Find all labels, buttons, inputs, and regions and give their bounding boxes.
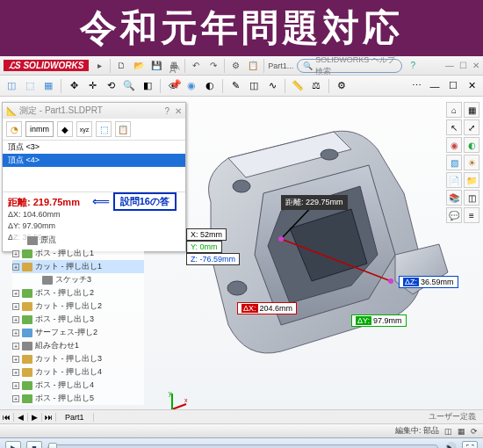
forum-icon[interactable]: 💬 xyxy=(446,207,462,223)
open-icon[interactable]: 📂 xyxy=(132,59,146,73)
close-icon[interactable]: ✕ xyxy=(472,61,479,70)
volume-icon[interactable]: 🔊 xyxy=(443,442,457,449)
zoom-icon[interactable]: 🔍 xyxy=(121,78,137,94)
tree-feature[interactable]: +ボス - 押し出し3 xyxy=(12,313,144,326)
menu-dropdown-icon[interactable]: ▸ xyxy=(92,59,106,73)
new-icon[interactable]: 🗋 xyxy=(114,59,128,73)
pin-icon[interactable]: ? xyxy=(164,106,169,116)
status-custom-menu[interactable]: ユーザー定義 xyxy=(422,411,483,423)
decal-icon[interactable]: ▧ xyxy=(446,155,462,170)
doc-minimize-icon[interactable]: — xyxy=(427,78,443,94)
tree-expand-icon[interactable]: + xyxy=(12,395,19,402)
pan-icon[interactable]: ✛ xyxy=(84,78,100,94)
tree-feature[interactable]: +ボス - 押し出し1 xyxy=(12,247,144,260)
tree-feature[interactable]: +ボス - 押し出し4 xyxy=(12,379,144,392)
tree-expand-icon[interactable]: + xyxy=(12,290,19,297)
list-item[interactable]: 頂点 <4> xyxy=(3,154,185,167)
library-icon[interactable]: 📚 xyxy=(446,190,462,206)
feature-tree[interactable]: 原点 +ボス - 押し出し1+カット - 押し出し1スケッチ3+ボス - 押し出… xyxy=(12,234,144,405)
display-style-icon[interactable]: ▦ xyxy=(40,78,56,94)
tab-prev-icon[interactable]: ◀ xyxy=(14,413,28,422)
play-button[interactable]: ▶ xyxy=(5,441,21,449)
unit-select[interactable]: inmm xyxy=(25,121,54,137)
tree-expand-icon[interactable]: + xyxy=(12,343,19,350)
tab-first-icon[interactable]: ⏮ xyxy=(0,413,14,422)
tree-expand-icon[interactable]: + xyxy=(12,264,19,271)
panel-close-icon[interactable]: ✕ xyxy=(175,106,182,116)
help-search[interactable]: 🔍SOLIDWORKS ヘルプ検索 xyxy=(297,59,402,73)
point-to-point-icon[interactable]: ◆ xyxy=(57,121,73,137)
tree-feature[interactable]: スケッチ3 xyxy=(12,273,144,286)
tree-expand-icon[interactable]: + xyxy=(12,369,19,376)
help-icon[interactable]: ? xyxy=(406,59,420,73)
light-icon[interactable]: ☀ xyxy=(464,155,479,170)
projected-icon[interactable]: ⬚ xyxy=(96,121,112,137)
tree-expand-icon[interactable]: + xyxy=(12,356,19,363)
tree-expand-icon[interactable]: + xyxy=(12,303,19,310)
tree-expand-icon[interactable]: + xyxy=(12,316,19,323)
select-icon[interactable]: ↖ xyxy=(446,119,462,135)
tree-feature[interactable]: +組み合わせ1 xyxy=(12,339,144,352)
doc-close-icon[interactable]: ✕ xyxy=(464,78,479,94)
status-rebuild-icon[interactable]: ⟳ xyxy=(471,427,478,436)
view-cube-icon[interactable]: ⬚ xyxy=(22,78,38,94)
media-thumb[interactable] xyxy=(48,443,57,449)
tree-feature[interactable]: +カット - 押し出し2 xyxy=(12,300,144,313)
tree-origin[interactable]: 原点 xyxy=(12,234,144,247)
ref-geom-icon[interactable]: ◫ xyxy=(246,78,262,94)
media-slider[interactable] xyxy=(47,444,438,449)
appearance-tool-icon[interactable]: ◉ xyxy=(446,137,462,153)
appearance-icon[interactable]: ◉ xyxy=(184,78,199,94)
tab-next-icon[interactable]: ▶ xyxy=(28,413,42,422)
view-palette-icon[interactable]: ◫ xyxy=(464,190,479,206)
tree-expand-icon[interactable]: + xyxy=(12,250,19,257)
tree-feature[interactable]: +ボス - 押し出し5 xyxy=(12,392,144,405)
selection-list[interactable]: 頂点 <3> 頂点 <4> xyxy=(3,141,185,191)
stop-button[interactable]: ■ xyxy=(26,441,42,449)
edit-feature-icon[interactable]: ✎ xyxy=(227,78,243,94)
section-icon[interactable]: ◧ xyxy=(140,78,155,94)
custom-props-icon[interactable]: ≡ xyxy=(464,207,479,223)
resources-icon[interactable]: 📁 xyxy=(464,172,479,188)
tree-expand-icon[interactable]: + xyxy=(12,382,19,389)
expand-icon[interactable]: ⤢ xyxy=(464,119,479,135)
more-icon[interactable]: ⋯ xyxy=(408,78,424,94)
view-orientation-icon[interactable]: ◫ xyxy=(4,78,19,94)
scene-tool-icon[interactable]: ◐ xyxy=(464,137,479,153)
curves-icon[interactable]: ∿ xyxy=(264,78,280,94)
minimize-icon[interactable]: — xyxy=(445,61,454,70)
maximize-icon[interactable]: ☐ xyxy=(459,61,467,70)
tab-last-icon[interactable]: ⏭ xyxy=(42,413,56,422)
history-icon[interactable]: 📋 xyxy=(115,121,131,137)
home-view-icon[interactable]: ⌂ xyxy=(446,102,462,118)
tree-feature[interactable]: +カット - 押し出し3 xyxy=(12,352,144,365)
rotate-icon[interactable]: ⟲ xyxy=(103,78,119,94)
status-config-icon[interactable]: ◫ xyxy=(444,427,452,436)
measure-icon[interactable]: 📏 xyxy=(290,78,306,94)
tree-feature[interactable]: +ボス - 押し出し2 xyxy=(12,286,144,300)
text-size-icon[interactable]: Aᴬ xyxy=(169,64,182,76)
redo-icon[interactable]: ↷ xyxy=(206,59,220,73)
list-item[interactable]: 頂点 <3> xyxy=(3,141,185,154)
tree-feature[interactable]: +カット - 押し出し4 xyxy=(12,365,144,379)
tree-feature[interactable]: +カット - 押し出し1 xyxy=(12,260,144,273)
rebuild-icon[interactable]: 📋 xyxy=(246,59,260,73)
arc-measure-icon[interactable]: ◔ xyxy=(6,121,22,137)
status-units-icon[interactable]: ▦ xyxy=(458,427,465,436)
tree-expand-icon[interactable]: + xyxy=(12,329,19,336)
pin-result-icon[interactable]: 📌 xyxy=(169,79,182,90)
tree-feature[interactable]: +サーフェス-押し2 xyxy=(12,326,144,339)
options-icon[interactable]: ⚙ xyxy=(228,59,242,73)
mass-props-icon[interactable]: ⚖ xyxy=(308,78,324,94)
doc-maximize-icon[interactable]: ☐ xyxy=(445,78,461,94)
zoom-fit-icon[interactable]: ✥ xyxy=(66,78,82,94)
apps-icon[interactable]: ▦ xyxy=(464,102,479,118)
config-icon[interactable]: ⚙ xyxy=(334,78,350,94)
task-pane-icon[interactable]: 📄 xyxy=(446,172,462,188)
xyz-icon[interactable]: xyz xyxy=(76,121,92,137)
undo-icon[interactable]: ↶ xyxy=(189,59,203,73)
tab-part1[interactable]: Part1 xyxy=(56,413,94,422)
save-icon[interactable]: 💾 xyxy=(149,59,163,73)
fullscreen-button[interactable]: ⛶ xyxy=(462,441,478,449)
scene-icon[interactable]: ◐ xyxy=(202,78,218,94)
